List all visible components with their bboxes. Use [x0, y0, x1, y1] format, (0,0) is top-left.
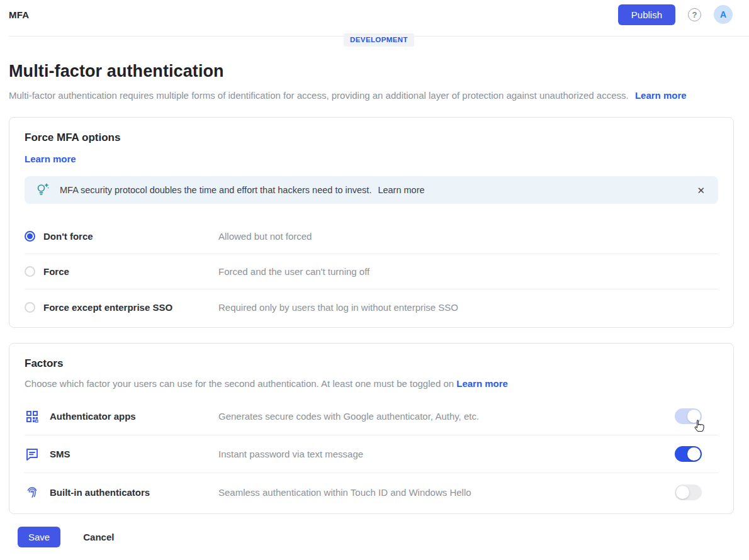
- built-in-authenticators-toggle[interactable]: [675, 484, 702, 500]
- avatar[interactable]: A: [714, 5, 733, 24]
- factors-learn-more-link[interactable]: Learn more: [456, 378, 508, 389]
- mfa-tip-banner: MFA security protocol doubles the time a…: [25, 176, 718, 204]
- header-divider: DEVELOPMENT: [9, 36, 749, 36]
- factor-row-authenticator-apps: Authenticator apps Generates secure code…: [25, 398, 718, 435]
- option-label-wrap: Force except enterprise SSO: [25, 302, 218, 313]
- top-bar: MFA Publish ? A: [0, 0, 749, 29]
- radio-dont-force[interactable]: [25, 231, 35, 242]
- factor-label: SMS: [50, 449, 218, 459]
- factor-label: Built-in authenticators: [50, 487, 218, 498]
- factor-label: Authenticator apps: [50, 411, 218, 422]
- option-label-wrap: Force: [25, 266, 218, 277]
- footer-actions: Save Cancel: [9, 527, 734, 559]
- option-description: Required only by users that log in witho…: [218, 302, 718, 313]
- help-icon[interactable]: ?: [688, 8, 701, 21]
- toggle-wrap: [675, 408, 702, 424]
- factor-description: Instant password via text message: [218, 449, 675, 459]
- radio-force[interactable]: [25, 266, 35, 277]
- page-learn-more-link[interactable]: Learn more: [635, 90, 687, 101]
- option-row-dont-force[interactable]: Don't force Allowed but not forced: [25, 219, 718, 254]
- option-description: Allowed but not forced: [218, 231, 718, 242]
- option-label: Force: [43, 266, 69, 277]
- authenticator-apps-toggle[interactable]: [675, 408, 702, 424]
- factors-card-description: Choose which factor your users can use f…: [25, 378, 718, 389]
- cancel-button[interactable]: Cancel: [83, 532, 114, 542]
- environment-badge: DEVELOPMENT: [344, 33, 414, 47]
- fingerprint-icon: [25, 484, 40, 500]
- qr-code-icon: [25, 409, 40, 424]
- factors-description-text: Choose which factor your users can use f…: [25, 378, 454, 389]
- banner-text: MFA security protocol doubles the time a…: [60, 185, 371, 195]
- toggle-wrap: [675, 484, 702, 500]
- toggle-knob: [676, 486, 689, 499]
- factor-row-built-in-authenticators: Built-in authenticators Seamless authent…: [25, 473, 718, 511]
- sms-toggle[interactable]: [675, 446, 702, 462]
- toggle-knob: [687, 447, 701, 461]
- close-icon[interactable]: ✕: [694, 183, 707, 198]
- option-label: Force except enterprise SSO: [43, 302, 172, 313]
- save-button[interactable]: Save: [18, 527, 60, 547]
- factor-description: Seamless authentication within Touch ID …: [218, 487, 675, 498]
- sms-icon: [25, 447, 40, 462]
- app-title: MFA: [9, 9, 29, 20]
- factors-card: Factors Choose which factor your users c…: [9, 343, 734, 514]
- force-mfa-options-card: Force MFA options Learn more MFA securit…: [9, 117, 734, 328]
- page-description-text: Multi-factor authentication requires mul…: [9, 90, 629, 101]
- force-card-learn-more-link[interactable]: Learn more: [25, 154, 76, 164]
- option-label-wrap: Don't force: [25, 231, 218, 242]
- factor-description: Generates secure codes with Google authe…: [218, 411, 675, 422]
- lightbulb-sparkle-icon: [35, 182, 51, 198]
- factor-list: Authenticator apps Generates secure code…: [25, 398, 718, 511]
- factor-row-sms: SMS Instant password via text message: [25, 435, 718, 473]
- top-bar-actions: Publish ? A: [618, 4, 733, 25]
- force-card-title: Force MFA options: [25, 132, 718, 144]
- option-row-force-except-sso[interactable]: Force except enterprise SSO Required onl…: [25, 289, 718, 325]
- option-description: Forced and the user can't turning off: [218, 266, 718, 277]
- toggle-wrap: [675, 446, 702, 462]
- radio-force-except-sso[interactable]: [25, 302, 35, 313]
- toggle-knob: [687, 410, 701, 423]
- main-content: Multi-factor authentication Multi-factor…: [0, 62, 749, 559]
- page-title: Multi-factor authentication: [9, 62, 734, 81]
- option-row-force[interactable]: Force Forced and the user can't turning …: [25, 254, 718, 289]
- publish-button[interactable]: Publish: [618, 4, 675, 25]
- page-description: Multi-factor authentication requires mul…: [9, 89, 734, 102]
- factors-card-title: Factors: [25, 357, 718, 370]
- banner-learn-more[interactable]: Learn more: [378, 185, 424, 195]
- option-label: Don't force: [43, 231, 93, 242]
- force-option-list: Don't force Allowed but not forced Force…: [25, 219, 718, 325]
